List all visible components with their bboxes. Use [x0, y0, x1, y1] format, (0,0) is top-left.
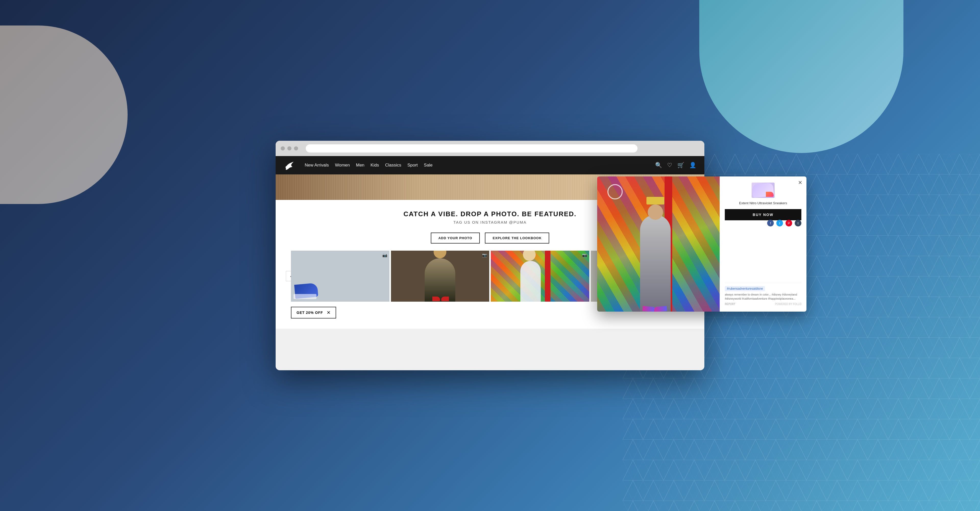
- add-photo-button[interactable]: ADD YOUR PHOTO: [431, 233, 480, 243]
- nav-sale[interactable]: Sale: [424, 163, 433, 168]
- instagram-icon-3: 📷: [582, 253, 587, 257]
- browser-addressbar[interactable]: [306, 144, 638, 152]
- search-icon[interactable]: 🔍: [655, 162, 662, 168]
- browser-dot-yellow: [287, 146, 291, 151]
- popup-caption-text: always remember to dream in color... #di…: [725, 293, 801, 301]
- user-icon[interactable]: 👤: [689, 162, 696, 168]
- nav-classics[interactable]: Classics: [385, 163, 401, 168]
- twitter-share-icon[interactable]: t: [776, 220, 783, 227]
- instagram-icon-1: 📷: [382, 253, 387, 257]
- social-share-icons: f t P t: [725, 220, 801, 227]
- popup-image: [597, 176, 720, 312]
- browser-window: New Arrivals Women Men Kids Classics Spo…: [275, 141, 704, 370]
- popup-footer: REPORT POWERED BY FOLLO: [725, 303, 801, 305]
- wishlist-icon[interactable]: ♡: [667, 162, 672, 168]
- popup-info: Extent Nitro Ultraviolet Sneakers BUY NO…: [720, 176, 807, 312]
- popup-username[interactable]: #rubensadventuresatdisne: [725, 286, 765, 291]
- main-nav: New Arrivals Women Men Kids Classics Spo…: [305, 163, 647, 168]
- bg-cream-shape: [0, 25, 127, 204]
- puma-logo[interactable]: [284, 161, 297, 170]
- instagram-icon-2: 📷: [482, 253, 487, 257]
- bg-teal-shape: [699, 0, 904, 153]
- nav-new-arrivals[interactable]: New Arrivals: [305, 163, 329, 168]
- buy-now-button[interactable]: BUY NOW: [725, 209, 801, 220]
- nav-kids[interactable]: Kids: [371, 163, 379, 168]
- popup-window: ✕: [597, 176, 807, 312]
- discount-text: GET 20% OFF: [297, 311, 323, 315]
- popup-caption-section: #rubensadventuresatdisne always remember…: [725, 283, 801, 305]
- discount-close-button[interactable]: ✕: [327, 310, 331, 316]
- puma-nav: New Arrivals Women Men Kids Classics Spo…: [275, 156, 704, 175]
- popup-powered-by: POWERED BY FOLLO: [775, 303, 801, 305]
- photo-item-2[interactable]: 📷: [391, 251, 490, 302]
- facebook-share-icon[interactable]: f: [767, 220, 774, 227]
- popup-report-link[interactable]: REPORT: [725, 303, 735, 305]
- explore-lookbook-button[interactable]: EXPLORE THE LOOKBOOK: [485, 233, 549, 243]
- cart-icon[interactable]: 🛒: [677, 162, 684, 168]
- tumblr-share-icon[interactable]: t: [795, 220, 801, 227]
- popup-product-image: [752, 182, 775, 198]
- nav-icons: 🔍 ♡ 🛒 👤: [655, 162, 696, 168]
- popup-product-name: Extent Nitro Ultraviolet Sneakers: [725, 201, 801, 206]
- popup-close-button[interactable]: ✕: [798, 179, 802, 186]
- browser-dot-red: [281, 146, 285, 151]
- nav-men[interactable]: Men: [356, 163, 364, 168]
- pinterest-share-icon[interactable]: P: [786, 220, 792, 227]
- browser-dot-green: [294, 146, 298, 151]
- photo-item-3[interactable]: 📷: [491, 251, 589, 302]
- browser-titlebar: [275, 141, 704, 156]
- photo-item-1[interactable]: 📷: [291, 251, 390, 302]
- nav-women[interactable]: Women: [335, 163, 350, 168]
- nav-sport[interactable]: Sport: [407, 163, 418, 168]
